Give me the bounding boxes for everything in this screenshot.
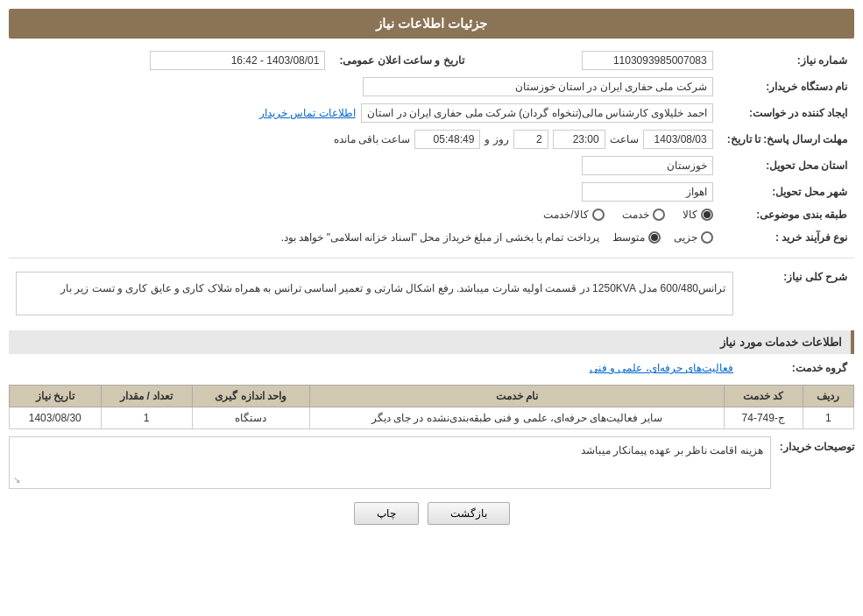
radio-motavasset-circle bbox=[648, 231, 661, 244]
radio-khedmat-circle bbox=[653, 209, 665, 221]
tawzih-section: توصیحات خریدار: هزینه اقامت ناظر بر عهده… bbox=[9, 436, 854, 489]
baghimande-field: 05:48:49 bbox=[414, 130, 480, 149]
tarikhElaan-label: تاریخ و ساعت اعلان عمومی: bbox=[332, 47, 470, 74]
namDastgah-label: نام دستگاه خریدار: bbox=[720, 74, 854, 100]
cell-radif: 1 bbox=[803, 407, 853, 429]
mohlat-value: 1403/08/03 ساعت 23:00 2 روز و 05:48:49 س… bbox=[9, 126, 720, 152]
service-table: ردیف کد خدمت نام خدمت واحد اندازه گیری ت… bbox=[9, 385, 854, 429]
radio-kala-khedmat-circle bbox=[592, 209, 605, 221]
radio-kala-circle bbox=[701, 209, 713, 221]
col-radif: ردیف bbox=[803, 386, 853, 407]
ostan-value: خوزستان bbox=[9, 152, 720, 179]
grouh-link[interactable]: فعالیت‌های حرفه‌ای، علمی و فنی bbox=[590, 362, 733, 374]
sharh-value: ترانس600/480 مدل 1250KVA در قسمت اولیه ش… bbox=[9, 264, 740, 323]
radio-kala-label: کالا bbox=[683, 209, 697, 221]
sharh-label: شرح کلی نیاز: bbox=[740, 264, 854, 323]
back-button[interactable]: بازگشت bbox=[428, 502, 510, 525]
sharh-box: ترانس600/480 مدل 1250KVA در قسمت اولیه ش… bbox=[16, 272, 733, 315]
ostan-field: خوزستان bbox=[582, 156, 713, 175]
print-button[interactable]: چاپ bbox=[354, 502, 419, 525]
col-vahed: واحد اندازه گیری bbox=[192, 386, 309, 407]
radio-khedmat[interactable]: خدمت bbox=[622, 209, 665, 221]
cell-tedad: 1 bbox=[101, 407, 192, 429]
tarikhElaan-input: 1403/08/01 - 16:42 bbox=[150, 51, 325, 70]
ettelaat-tamas-link[interactable]: اطلاعات تماس خریدار bbox=[259, 107, 356, 119]
cell-name: سایر فعالیت‌های حرفه‌ای، علمی و فنی طبقه… bbox=[309, 407, 724, 429]
radio-motavasset-label: متوسط bbox=[612, 231, 645, 244]
shahr-field: اهواز bbox=[582, 182, 713, 202]
noeFarayand-label: نوع فرآیند خرید : bbox=[720, 224, 854, 251]
shomareNiaz-label: شماره نیاز: bbox=[720, 47, 854, 74]
radio-motavasset[interactable]: متوسط bbox=[612, 231, 661, 244]
radio-kala-khedmat-label: کالا/خدمت bbox=[543, 209, 588, 221]
baghimande-label: ساعت باقی مانده bbox=[334, 133, 411, 145]
rooz-label: روز و bbox=[485, 133, 508, 145]
table-row: 1ج-749-74سایر فعالیت‌های حرفه‌ای، علمی و… bbox=[10, 407, 854, 429]
resize-icon: ↘ bbox=[13, 475, 20, 485]
radio-jozii-circle bbox=[701, 231, 713, 244]
shahr-label: شهر محل تحویل: bbox=[720, 179, 854, 205]
page-title: جزئیات اطلاعات نیاز bbox=[9, 9, 854, 39]
tabaqe-label: طبقه بندی موضوعی: bbox=[720, 205, 854, 224]
shomareNiaz-value: 1103093985007083 bbox=[471, 47, 720, 74]
radio-khedmat-label: خدمت bbox=[622, 209, 649, 221]
namDastgah-value: شرکت ملی حفاری ایران در استان خوزستان bbox=[9, 74, 720, 100]
ostan-label: استان محل تحویل: bbox=[720, 152, 854, 179]
ejadKonnande-label: ایجاد کننده در خواست: bbox=[720, 100, 854, 126]
separator-1 bbox=[9, 258, 854, 258]
mohlat-label: مهلت ارسال پاسخ: تا تاریخ: bbox=[720, 126, 854, 152]
radio-kala[interactable]: کالا bbox=[683, 209, 713, 221]
tarikh-field: 1403/08/03 bbox=[643, 130, 713, 149]
col-name: نام خدمت bbox=[309, 386, 724, 407]
noeFarayand-value: جزیی متوسط پرداخت تمام یا بخشی از مبلغ خ… bbox=[9, 224, 720, 251]
col-tarikh: تاریخ نیاز bbox=[10, 386, 102, 407]
shahr-value: اهواز bbox=[9, 179, 720, 205]
namDastgah-input: شرکت ملی حفاری ایران در استان خوزستان bbox=[363, 77, 713, 96]
shomareNiaz-input: 1103093985007083 bbox=[582, 51, 713, 70]
radio-kala-khedmat[interactable]: کالا/خدمت bbox=[543, 209, 604, 221]
footer-buttons: بازگشت چاپ bbox=[9, 502, 854, 525]
tawzih-text: هزینه اقامت ناظر بر عهده پیمانکار میباشد bbox=[581, 444, 763, 457]
farayand-text: پرداخت تمام یا بخشی از مبلغ خریداز محل "… bbox=[281, 231, 599, 244]
tabaqe-value: کالا خدمت کالا/خدمت bbox=[9, 205, 720, 224]
cell-vahed: دستگاه bbox=[192, 407, 309, 429]
grouh-label: گروه خدمت: bbox=[740, 358, 854, 378]
col-kod: کد خدمت bbox=[724, 386, 803, 407]
saaat-field: 23:00 bbox=[553, 130, 605, 149]
col-tedad: تعداد / مقدار bbox=[101, 386, 192, 407]
khedamat-section-title: اطلاعات خدمات مورد نیاز bbox=[9, 330, 854, 354]
cell-kod: ج-749-74 bbox=[724, 407, 803, 429]
tarikhElaan-value: 1403/08/01 - 16:42 bbox=[9, 47, 332, 74]
radio-jozii[interactable]: جزیی bbox=[674, 231, 713, 244]
cell-tarikh: 1403/08/30 bbox=[10, 407, 102, 429]
ejadKonnande-input: احمد خلیلاوی کارشناس مالی(تنخواه گردان) … bbox=[361, 103, 712, 123]
saaat-label: ساعت bbox=[610, 133, 639, 145]
rooz-field: 2 bbox=[513, 130, 548, 149]
ejadKonnande-value: احمد خلیلاوی کارشناس مالی(تنخواه گردان) … bbox=[9, 100, 720, 126]
tawzih-box: هزینه اقامت ناظر بر عهده پیمانکار میباشد… bbox=[9, 436, 771, 489]
grouh-value: فعالیت‌های حرفه‌ای، علمی و فنی bbox=[9, 358, 740, 378]
tawzih-label: توصیحات خریدار: bbox=[780, 436, 854, 453]
radio-jozii-label: جزیی bbox=[674, 231, 697, 244]
